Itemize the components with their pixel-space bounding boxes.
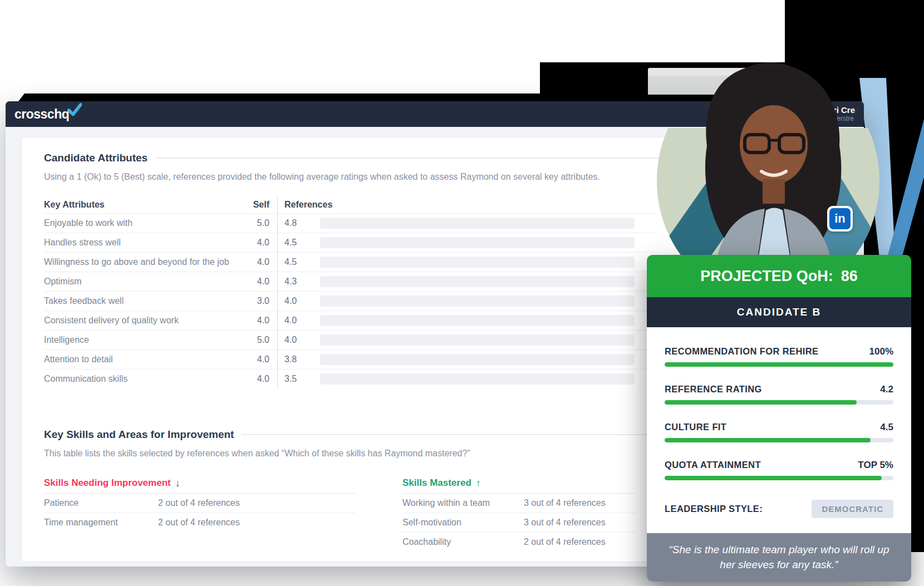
self-rating: 4.0	[253, 253, 277, 272]
candidate-summary-card: PROJECTED QoH: 86 CANDIDATE B RECOMMENDA…	[647, 255, 911, 582]
skill-row: Time management 2 out of 4 references	[44, 513, 356, 532]
stat-value: TOP 5%	[858, 460, 893, 471]
reference-rating: 4.5	[284, 257, 303, 267]
skill-reference-count: 2 out of 4 references	[524, 537, 606, 547]
skills-mastered-header: Skills Mastered ↑	[402, 473, 636, 494]
projected-qoh-label: PROJECTED QoH:	[700, 268, 833, 285]
rating-bar-track	[320, 296, 635, 307]
attribute-name: Optimism	[44, 272, 253, 291]
stat-bar-track	[665, 476, 893, 480]
crosschq-logo: crosschq	[14, 107, 82, 122]
attribute-name: Handles stress well	[44, 233, 253, 252]
stat-label: CULTURE FIT	[665, 422, 726, 432]
section-title: Key Skills and Areas for Improvement	[44, 429, 234, 441]
section-title: Candidate Attributes	[44, 152, 148, 164]
leadership-style-row: LEADERSHIP STYLE: DEMOCRATIC	[665, 498, 893, 520]
attribute-name: Willingness to go above and beyond for t…	[44, 253, 253, 272]
stat-value: 4.5	[880, 422, 893, 433]
skill-reference-count: 3 out of 4 references	[524, 498, 606, 508]
skill-row: Coachability 2 out of 4 references	[402, 533, 636, 551]
self-rating: 4.0	[253, 233, 277, 252]
stat-row: REFERENCE RATING 4.2	[665, 384, 893, 405]
leadership-style-value-pill: DEMOCRATIC	[812, 500, 893, 518]
linkedin-badge[interactable]: in	[827, 206, 853, 232]
reference-rating-cell: 4.0	[277, 311, 657, 330]
stat-bar-fill	[665, 476, 882, 480]
up-arrow-icon: ↑	[476, 477, 481, 489]
rating-bar-track	[320, 257, 635, 268]
self-rating: 3.0	[253, 292, 277, 311]
stat-label: QUOTA ATTAINMENT	[665, 460, 761, 470]
skills-improvement-header: Skills Needing Improvement ↓	[44, 473, 356, 494]
logo-text: crosschq	[14, 107, 69, 122]
skill-reference-count: 3 out of 4 references	[524, 518, 606, 528]
logo-checkmark-icon	[67, 103, 82, 117]
attribute-row: Attention to detail 4.0 3.8	[44, 349, 657, 369]
rating-bar-track	[320, 373, 635, 385]
reference-rating: 4.3	[284, 277, 303, 287]
reference-rating-cell: 4.0	[277, 331, 657, 349]
self-rating: 4.0	[253, 350, 277, 369]
stat-bar-fill	[665, 362, 893, 367]
projected-qoh-header: PROJECTED QoH: 86	[647, 255, 911, 297]
attribute-name: Consistent delivery of quality work	[44, 311, 253, 330]
rating-bar-track	[320, 354, 635, 365]
reference-rating: 3.5	[284, 374, 303, 384]
rating-bar-track	[320, 218, 635, 229]
stat-row: CULTURE FIT 4.5	[665, 422, 893, 442]
reference-rating-cell: 4.3	[277, 272, 657, 291]
skills-mastered-table: Skills Mastered ↑ Working within a team …	[402, 473, 636, 551]
self-rating: 4.0	[253, 272, 277, 291]
candidate-stats: RECOMMENDATION FOR REHIRE 100% REFERENCE…	[647, 327, 911, 533]
attribute-row: Intelligence 5.0 4.0	[44, 330, 657, 349]
attribute-row: Consistent delivery of quality work 4.0 …	[44, 311, 657, 330]
self-rating: 4.0	[253, 311, 277, 330]
reference-rating: 4.8	[284, 218, 303, 228]
reference-quote: “She is the ultimate team player who wil…	[647, 533, 911, 582]
attribute-name: Attention to detail	[44, 350, 253, 369]
down-arrow-icon: ↓	[175, 477, 180, 489]
column-header-attribute: Key Attributes	[44, 196, 253, 213]
attributes-table-body: Enjoyable to work with 5.0 4.8 Handl	[44, 213, 657, 388]
reference-rating-cell: 4.5	[277, 253, 657, 272]
attribute-name: Intelligence	[44, 331, 253, 349]
skill-row: Self-motivation 3 out of 4 references	[402, 513, 636, 533]
attribute-row: Willingness to go above and beyond for t…	[44, 252, 657, 272]
reference-rating-cell: 3.5	[277, 370, 657, 388]
stat-label: REFERENCE RATING	[665, 384, 762, 395]
rating-bar-track	[320, 237, 635, 248]
stat-label: RECOMMENDATION FOR REHIRE	[665, 346, 818, 357]
skill-name: Time management	[44, 518, 158, 528]
reference-rating: 4.0	[284, 335, 303, 345]
skills-mastered-title: Skills Mastered	[402, 477, 471, 489]
self-rating: 4.0	[253, 370, 277, 388]
rating-bar-track	[320, 276, 635, 287]
stat-bar-fill	[665, 438, 871, 442]
stat-bar-track	[665, 438, 893, 442]
skill-row: Patience 2 out of 4 references	[44, 494, 356, 513]
reference-rating-cell: 4.5	[277, 233, 657, 252]
skill-name: Working within a team	[402, 498, 524, 508]
stat-bar-track	[665, 362, 893, 367]
projected-qoh-score: 86	[841, 268, 858, 285]
attribute-name: Takes feedback well	[44, 292, 253, 311]
linkedin-icon: in	[829, 208, 851, 229]
leadership-style-label: LEADERSHIP STYLE:	[665, 504, 763, 514]
candidate-label-bar: CANDIDATE B	[647, 297, 911, 327]
attribute-name: Enjoyable to work with	[44, 214, 253, 233]
attributes-table-header: Key Attributes Self References	[44, 196, 657, 213]
attribute-row: Communication skills 4.0 3.5	[44, 369, 657, 388]
marketing-composite: crosschq Ari Cre Sitterstre C	[0, 0, 924, 586]
column-header-self: Self	[253, 196, 277, 213]
stat-value: 4.2	[880, 384, 893, 395]
self-rating: 5.0	[253, 331, 277, 349]
skill-row: Working within a team 3 out of 4 referen…	[402, 494, 636, 513]
attribute-name: Communication skills	[44, 370, 253, 388]
reference-rating-cell: 3.8	[277, 350, 657, 369]
skills-improvement-title: Skills Needing Improvement	[44, 477, 171, 489]
rating-bar-track	[320, 334, 635, 346]
stat-row: RECOMMENDATION FOR REHIRE 100%	[665, 346, 893, 367]
rating-bar-track	[320, 315, 635, 326]
reference-rating-cell: 4.0	[277, 292, 657, 311]
reference-rating-cell: 4.8	[277, 214, 657, 233]
